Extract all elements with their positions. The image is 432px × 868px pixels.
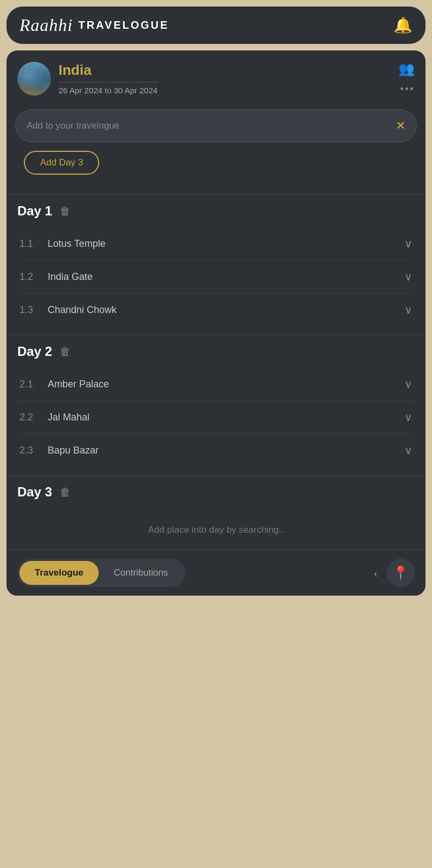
logo-text: TRAVELOGUE [78,19,169,31]
place-item-2-3[interactable]: 2.3 Bapu Bazar ∨ [17,434,415,467]
trip-divider [59,82,158,82]
map-button[interactable]: 📍 [386,559,415,587]
trip-info-row: India 26 Apr 2024 to 30 Apr 2024 👥 ••• [17,61,415,95]
place-num: 1.1 [20,238,37,250]
app-header: Raahhi TRAVELOGUE 🔔 [7,7,425,44]
trip-icons: 👥 ••• [398,61,415,95]
place-item-1-1[interactable]: 1.1 Lotus Temple ∨ [17,227,415,260]
bottom-nav: Travelogue Contributions ‹ 📍 [7,550,425,596]
place-name: Amber Palace [48,379,109,390]
map-pin-icon: 📍 [392,565,409,580]
nav-right: ‹ 📍 [373,559,415,587]
tab-contributions[interactable]: Contributions [99,561,183,585]
day-2-section: Day 2 🗑 2.1 Amber Palace ∨ 2.2 Jal Mahal… [7,335,425,475]
place-name: India Gate [48,271,93,283]
back-arrow-icon[interactable]: ‹ [373,566,378,580]
add-day-button[interactable]: Add Day 3 [24,151,99,175]
chevron-down-icon[interactable]: ∨ [404,378,412,391]
search-placeholder: Add to your travelogue [27,120,119,131]
day-2-title: Day 2 [17,344,52,359]
chevron-down-icon[interactable]: ∨ [404,411,412,424]
logo-script: Raahhi [20,15,73,35]
place-left: 1.2 India Gate [20,271,93,283]
place-name: Jal Mahal [48,412,89,423]
place-num: 1.2 [20,271,37,283]
close-icon[interactable]: ✕ [396,119,405,133]
place-item-1-3[interactable]: 1.3 Chandni Chowk ∨ [17,293,415,326]
place-item-1-2[interactable]: 1.2 India Gate ∨ [17,260,415,293]
place-name: Chandni Chowk [48,304,117,316]
day-1-section: Day 1 🗑 1.1 Lotus Temple ∨ 1.2 India Gat… [7,194,425,335]
place-left: 2.2 Jal Mahal [20,412,89,423]
place-left: 1.3 Chandni Chowk [20,304,117,316]
place-num: 1.3 [20,304,37,316]
trip-left: India 26 Apr 2024 to 30 Apr 2024 [17,62,158,95]
tab-travelogue[interactable]: Travelogue [20,561,99,585]
place-item-2-2[interactable]: 2.2 Jal Mahal ∨ [17,401,415,434]
day-1-delete-icon[interactable]: 🗑 [60,205,70,218]
place-num: 2.3 [20,445,37,456]
trip-dates: 26 Apr 2024 to 30 Apr 2024 [59,86,158,95]
place-item-2-1[interactable]: 2.1 Amber Palace ∨ [17,368,415,401]
trip-header: India 26 Apr 2024 to 30 Apr 2024 👥 ••• [7,50,425,110]
day-3-section: Day 3 🗑 Add place into day by searching.… [7,475,425,550]
chevron-down-icon[interactable]: ∨ [404,444,412,457]
chevron-down-icon[interactable]: ∨ [404,303,412,316]
place-left: 2.3 Bapu Bazar [20,445,99,456]
place-num: 2.2 [20,412,37,423]
place-name: Lotus Temple [48,238,106,250]
place-left: 2.1 Amber Palace [20,379,109,390]
day-3-delete-icon[interactable]: 🗑 [60,486,70,499]
avatar-image [17,62,51,95]
place-left: 1.1 Lotus Temple [20,238,106,250]
chevron-down-icon[interactable]: ∨ [404,237,412,250]
day-1-title: Day 1 [17,203,52,219]
trip-avatar [17,62,51,95]
day-2-header: Day 2 🗑 [17,344,415,359]
place-name: Bapu Bazar [48,445,99,456]
main-card: India 26 Apr 2024 to 30 Apr 2024 👥 ••• A… [7,50,425,596]
day-2-delete-icon[interactable]: 🗑 [60,346,70,358]
search-bar[interactable]: Add to your travelogue ✕ [15,110,417,142]
chevron-down-icon[interactable]: ∨ [404,270,412,283]
more-options-icon[interactable]: ••• [400,83,415,95]
trip-name: India [59,62,158,79]
bell-icon[interactable]: 🔔 [394,16,412,34]
nav-tabs: Travelogue Contributions [17,559,185,587]
people-icon[interactable]: 👥 [398,61,415,76]
day-1-header: Day 1 🗑 [17,203,415,219]
day-3-header: Day 3 🗑 [17,484,415,500]
place-num: 2.1 [20,379,37,390]
logo-area: Raahhi TRAVELOGUE [20,15,169,35]
trip-name-area: India 26 Apr 2024 to 30 Apr 2024 [59,62,158,95]
day-3-title: Day 3 [17,484,52,500]
day-3-empty-message: Add place into day by searching.. [17,508,415,541]
